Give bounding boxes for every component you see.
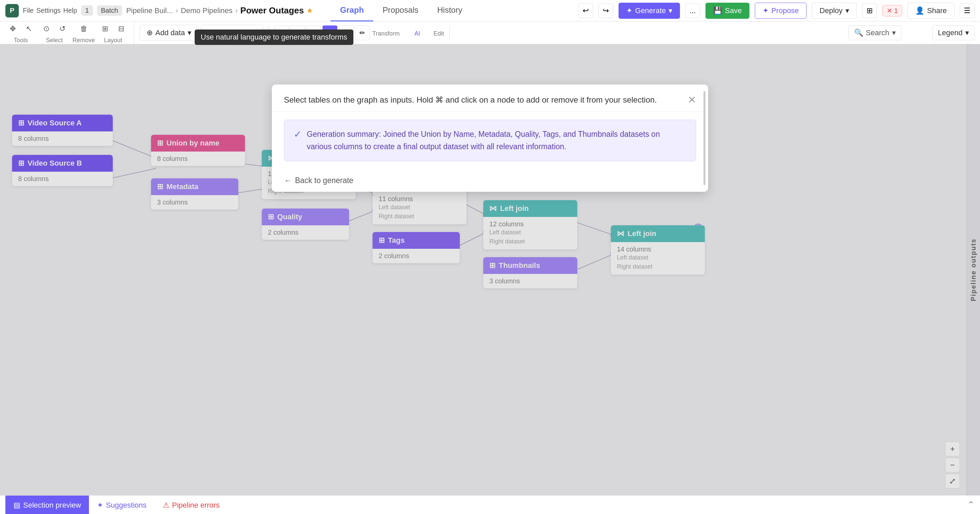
redo-button[interactable]: ↪: [598, 3, 613, 18]
toolbar: ✥ ↖ Tools ⊙ ↺ Select 🗑 Remove ⊞ ⊟ Layout: [0, 21, 980, 44]
back-to-generate-button[interactable]: ← Back to generate: [284, 176, 353, 185]
collapse-button[interactable]: ⌃: [967, 500, 975, 510]
search-bar[interactable]: 🔍 Search ▾: [848, 25, 902, 40]
select2-tool-button[interactable]: ↺: [55, 21, 70, 36]
generation-dialog: Select tables on the graph as inputs. Ho…: [272, 84, 708, 192]
propose-button[interactable]: ✦ Propose: [755, 3, 807, 19]
tooltip: Use natural language to generate transfo…: [195, 30, 353, 45]
file-menu: File Settings Help: [23, 7, 77, 14]
layout1-button[interactable]: ⊞: [98, 21, 113, 36]
save-button[interactable]: 💾 Save: [705, 3, 749, 19]
search-icon: 🔍: [854, 29, 863, 37]
pointer-tool-button[interactable]: ↖: [21, 21, 36, 36]
dialog-overlay: Select tables on the graph as inputs. Ho…: [0, 44, 980, 495]
layout2-button[interactable]: ⊟: [114, 21, 129, 36]
db-badge: 1: [81, 5, 93, 16]
tab-graph[interactable]: Graph: [331, 0, 373, 21]
bottom-right: ⌃: [967, 500, 975, 510]
breadcrumb-item-2[interactable]: Demo Pipelines: [181, 6, 232, 15]
tab-pipeline-errors[interactable]: ⚠ Pipeline errors: [155, 495, 228, 514]
star-icon[interactable]: ★: [306, 6, 313, 15]
remove-tool-button[interactable]: 🗑: [76, 21, 91, 36]
top-tabs: Graph Proposals History: [331, 0, 471, 21]
add-data-icon: ⊕: [147, 29, 153, 37]
check-icon: ✓: [294, 129, 301, 140]
generate-chevron: ▾: [668, 6, 672, 15]
dialog-header: Select tables on the graph as inputs. Ho…: [272, 84, 708, 112]
settings-button[interactable]: ☰: [960, 3, 975, 18]
breadcrumb: Pipeline Buil... › Demo Pipelines › Powe…: [126, 5, 313, 16]
breadcrumb-current: Power Outages: [240, 5, 304, 16]
deploy-button[interactable]: Deploy ▾: [812, 3, 856, 19]
propose-icon: ✦: [762, 6, 768, 15]
selection-preview-icon: ▤: [13, 501, 21, 510]
dialog-scrollbar[interactable]: [703, 91, 705, 185]
tab-history[interactable]: History: [428, 0, 472, 21]
top-actions: ↩ ↪ ✦ Generate ▾ ... 💾 Save ✦ Propose De…: [578, 3, 975, 19]
main-canvas: Pipeline outputs: [0, 44, 980, 495]
share-button[interactable]: 👤 Share: [907, 3, 955, 19]
share-icon: 👤: [915, 6, 924, 15]
undo-button[interactable]: ↩: [578, 3, 593, 18]
app-logo: P: [5, 4, 19, 17]
file-menu-settings[interactable]: Settings: [36, 7, 60, 14]
generate-icon: ✦: [626, 6, 632, 15]
tab-proposals[interactable]: Proposals: [373, 0, 428, 21]
tab-suggestions[interactable]: ✦ Suggestions: [89, 495, 154, 514]
transform-edit-button[interactable]: ✏: [355, 25, 369, 40]
save-icon: 💾: [713, 6, 722, 15]
bottom-bar: ▤ Selection preview ✦ Suggestions ⚠ Pipe…: [0, 495, 980, 514]
dialog-footer: ← Back to generate: [272, 169, 708, 192]
breadcrumb-item-1[interactable]: Pipeline Buil...: [126, 6, 173, 15]
add-data-chevron: ▾: [188, 29, 191, 37]
search-chevron: ▾: [892, 29, 896, 37]
suggestions-icon: ✦: [97, 501, 103, 510]
dialog-body: ✓ Generation summary: Joined the Union b…: [272, 112, 708, 169]
pipeline-errors-icon: ⚠: [163, 501, 170, 510]
toolbar-tools-group: ✥ ↖ Tools ⊙ ↺ Select 🗑 Remove ⊞ ⊟ Layout: [5, 21, 134, 44]
tab-selection-preview[interactable]: ▤ Selection preview: [5, 495, 89, 514]
move-tool-button[interactable]: ✥: [5, 21, 20, 36]
add-data-button[interactable]: ⊕ Add data ▾: [140, 25, 198, 41]
back-arrow-icon: ←: [284, 176, 292, 185]
more-button[interactable]: ...: [685, 3, 700, 18]
deploy-chevron: ▾: [845, 6, 849, 15]
generate-button[interactable]: ✦ Generate ▾: [619, 3, 680, 19]
generation-summary: ✓ Generation summary: Joined the Union b…: [284, 120, 696, 161]
views-button[interactable]: ⊞: [862, 3, 877, 18]
legend-button[interactable]: Legend ▾: [932, 25, 975, 40]
select-tool-button[interactable]: ⊙: [39, 21, 54, 36]
file-menu-help[interactable]: Help: [64, 7, 77, 14]
errors-badge[interactable]: ✕ 1: [882, 5, 902, 16]
summary-text: Generation summary: Joined the Union by …: [307, 128, 686, 153]
legend-chevron: ▾: [965, 29, 969, 37]
batch-badge: Batch: [97, 5, 122, 16]
top-bar: P File Settings Help 1 Batch Pipeline Bu…: [0, 0, 980, 21]
dialog-instruction: Select tables on the graph as inputs. Ho…: [284, 94, 688, 106]
dialog-close-button[interactable]: ✕: [688, 94, 696, 106]
file-menu-file[interactable]: File: [23, 7, 33, 14]
